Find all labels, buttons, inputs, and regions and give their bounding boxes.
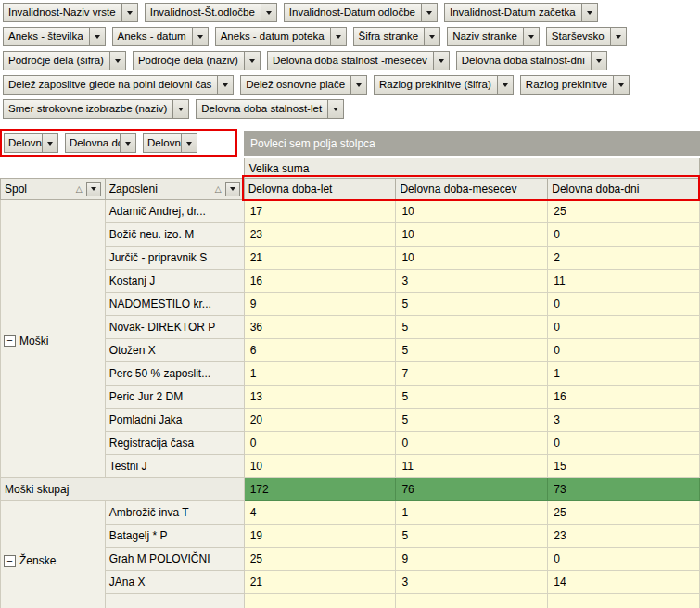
filter-field-button[interactable]: Delovna	[4, 133, 58, 153]
pivot-field-button[interactable]: Naziv stranke	[447, 27, 540, 46]
column-header-row: Spol △ Zaposleni △ Delovna doba-let Delo…	[1, 179, 700, 200]
column-header-delovna-doba-let[interactable]: Delovna doba-let	[244, 179, 396, 200]
pivot-field-button[interactable]: Aneks - datum poteka	[215, 27, 347, 46]
group-cell[interactable]: Ženske	[1, 501, 106, 608]
employee-name-cell[interactable]: Perc 50 % zaposlit...	[105, 362, 244, 386]
employee-name-cell[interactable]: Grah M POLOVIČNI	[105, 548, 244, 571]
dropdown-arrow-icon[interactable]	[424, 28, 439, 45]
dropdown-arrow-icon[interactable]	[523, 28, 539, 45]
employee-name-cell[interactable]: Adamič Andrej, dr...	[105, 200, 244, 223]
dropdown-arrow-icon[interactable]	[261, 4, 276, 21]
pivot-field-button[interactable]: Področje dela (naziv)	[133, 51, 261, 70]
dropdown-arrow-icon[interactable]	[217, 76, 233, 94]
filter-field-button[interactable]: Delovna	[143, 133, 197, 153]
pivot-field-button[interactable]: Aneks - številka	[3, 27, 106, 46]
pivot-field-button[interactable]: Delovna doba stalnost-let	[196, 99, 344, 119]
pivot-field-button[interactable]: Invalidnost-Datum začetka	[444, 3, 598, 22]
pivot-field-button[interactable]: Delež zaposlitve glede na polni delovni …	[3, 75, 234, 95]
dropdown-arrow-icon[interactable]	[121, 4, 137, 21]
collapse-group-icon[interactable]	[4, 555, 16, 567]
dropdown-arrow-icon[interactable]	[120, 134, 135, 152]
pivot-field-button[interactable]: Delovna doba stalnost-dni	[456, 51, 607, 70]
employee-name-cell[interactable]: Pomladni Jaka	[105, 409, 244, 432]
grand-total-header[interactable]: Velika suma	[244, 158, 699, 179]
employee-name-cell[interactable]: Registracija časa	[105, 432, 244, 455]
pivot-field-button[interactable]: Delovna doba stalnost -mesecev	[267, 51, 450, 70]
row-field-label: Zaposleni	[109, 183, 215, 196]
dropdown-arrow-icon[interactable]	[42, 134, 57, 152]
group-total-value-cell: 73	[548, 478, 700, 501]
field-button-row: Aneks - številkaAneks - datumAneks - dat…	[3, 27, 630, 46]
row-field-header-spol[interactable]: Spol △	[1, 179, 106, 200]
dropdown-arrow-icon[interactable]	[89, 28, 105, 45]
column-drop-zone[interactable]: Povleci sem polja stolpca	[244, 131, 700, 156]
group-cell[interactable]: Moški	[1, 200, 106, 478]
dropdown-arrow-icon[interactable]	[181, 134, 197, 152]
filter-dropdown-button[interactable]	[225, 182, 240, 196]
employee-name-cell[interactable]: Božič neu. izo. M	[105, 223, 244, 247]
employee-name-cell[interactable]: Peric Jur 2 DM	[105, 386, 244, 409]
column-header-delovna-doba-mesecev[interactable]: Delovna doba-mesecev	[396, 179, 548, 200]
pivot-field-button[interactable]: Starševsko	[546, 27, 627, 46]
field-button-label: Delež osnovne plače	[241, 76, 350, 94]
dropdown-arrow-icon[interactable]	[433, 52, 449, 70]
pivot-field-button[interactable]: Smer strokovne izobrazbe (naziv)	[3, 99, 189, 119]
pivot-field-button[interactable]: Šifra stranke	[353, 27, 441, 46]
dropdown-arrow-icon[interactable]	[350, 76, 366, 94]
dropdown-arrow-icon[interactable]	[172, 100, 188, 118]
employee-name-cell[interactable]: NADOMESTILO kr...	[105, 293, 244, 316]
value-cell	[548, 594, 700, 608]
pivot-data-row: Novak- DIREKTOR P3650	[1, 316, 700, 339]
dropdown-arrow-icon[interactable]	[330, 28, 346, 45]
pivot-field-button[interactable]: Invalidnost-Datum odločbe	[284, 3, 438, 22]
pivot-field-button[interactable]: Področje dela (šifra)	[3, 51, 126, 70]
employee-name-cell[interactable]	[105, 594, 244, 608]
value-cell: 1	[396, 501, 548, 525]
employee-name-cell[interactable]: Novak- DIREKTOR P	[105, 316, 244, 339]
dropdown-arrow-icon[interactable]	[591, 52, 606, 70]
pivot-field-button[interactable]: Delež osnovne plače	[240, 75, 367, 95]
app-root: Invalidnost-Naziv vrsteInvalidnost-Št.od…	[0, 0, 700, 608]
dropdown-arrow-icon[interactable]	[192, 28, 208, 45]
pivot-data-row: MoškiAdamič Andrej, dr...171025	[1, 200, 700, 223]
dropdown-arrow-icon[interactable]	[497, 76, 513, 94]
pivot-field-button[interactable]: Aneks - datum	[112, 27, 209, 46]
pivot-field-button[interactable]: Invalidnost-Naziv vrste	[3, 3, 138, 22]
pivot-data-row: Peric Jur 2 DM13516	[1, 386, 700, 409]
dropdown-arrow-icon[interactable]	[581, 4, 597, 21]
group-total-row: Moški skupaj1727673	[1, 478, 700, 501]
employee-name-cell[interactable]: Testni J	[105, 455, 244, 478]
value-cell: 16	[244, 270, 396, 293]
field-button-label: Razlog prekinitve	[521, 76, 613, 94]
dropdown-arrow-icon[interactable]	[244, 52, 260, 70]
dropdown-arrow-icon[interactable]	[421, 4, 437, 21]
employee-name-cell[interactable]: Kostanj J	[105, 270, 244, 293]
dropdown-arrow-icon[interactable]	[610, 28, 626, 45]
value-cell: 5	[396, 293, 548, 316]
employee-name-cell[interactable]: Ambrožič inva T	[105, 501, 244, 525]
value-cell: 17	[244, 200, 396, 223]
group-total-value-cell: 172	[244, 478, 396, 501]
row-field-header-zaposleni[interactable]: Zaposleni △	[105, 179, 244, 200]
employee-name-cell[interactable]: Otožen X	[105, 339, 244, 362]
pivot-field-button[interactable]: Razlog prekinitve	[520, 75, 630, 95]
employee-name-cell[interactable]: Batagelj * P	[105, 525, 244, 548]
dropdown-arrow-icon[interactable]	[613, 76, 629, 94]
dropdown-arrow-icon[interactable]	[327, 100, 343, 118]
column-header-delovna-doba-dni[interactable]: Delovna doba-dni	[548, 179, 700, 200]
field-button-label: Razlog prekinitve (šifra)	[375, 76, 497, 94]
filter-field-button[interactable]: Delovna do	[65, 133, 136, 153]
field-button-row: Smer strokovne izobrazbe (naziv)Delovna …	[3, 99, 630, 119]
sort-ascending-icon: △	[215, 184, 222, 194]
dropdown-arrow-icon[interactable]	[109, 52, 125, 70]
employee-name-cell[interactable]: Jurčič - pripravnik S	[105, 247, 244, 270]
filter-dropdown-button[interactable]	[86, 182, 101, 196]
value-cell: 6	[244, 339, 396, 362]
value-cell: 5	[396, 339, 548, 362]
pivot-data-row: Božič neu. izo. M23100	[1, 223, 700, 247]
pivot-field-button[interactable]: Invalidnost-Št.odločbe	[145, 3, 277, 22]
pivot-field-button[interactable]: Razlog prekinitve (šifra)	[374, 75, 514, 95]
employee-name-cell[interactable]: JAna X	[105, 571, 244, 594]
collapse-group-icon[interactable]	[4, 335, 16, 347]
value-cell: 13	[244, 386, 396, 409]
